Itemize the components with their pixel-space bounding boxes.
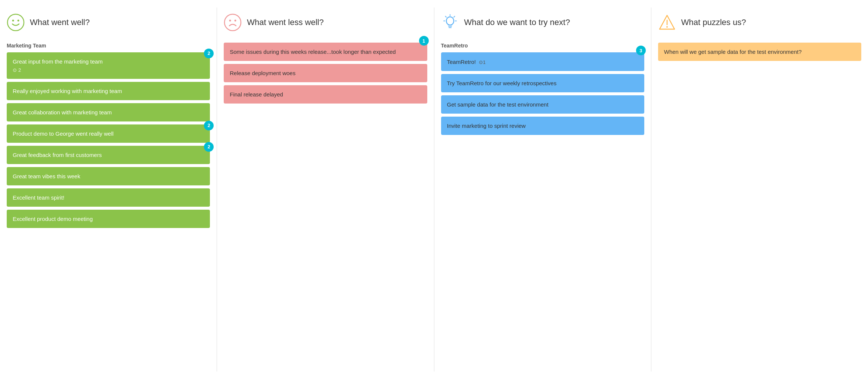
column-title-went-well: What went well? xyxy=(30,18,90,27)
card-text-2: Really enjoyed working with marketing te… xyxy=(13,87,204,95)
svg-point-4 xyxy=(229,20,231,22)
card-went-well-2[interactable]: Really enjoyed working with marketing te… xyxy=(7,82,210,100)
svg-point-14 xyxy=(666,26,668,28)
card-try-next-text-4: Invite marketing to sprint review xyxy=(447,122,638,130)
badge-5: 2 xyxy=(204,142,214,152)
card-less-well-2[interactable]: Release deployment woes xyxy=(224,64,427,82)
card-text-5: Great feedback from first customers xyxy=(13,151,204,159)
column-header-try-next: What do we want to try next? xyxy=(441,13,644,34)
card-try-next-4[interactable]: Invite marketing to sprint review xyxy=(441,117,644,135)
card-try-next-1[interactable]: TeamRetro! ⊙1 xyxy=(441,52,644,71)
badge-4: 2 xyxy=(204,121,214,130)
card-went-well-8[interactable]: Excellent product demo meeting xyxy=(7,210,210,228)
column-puzzles: What puzzles us? When will we get sample… xyxy=(651,7,868,372)
vote-icon-1: ⊙ xyxy=(13,67,17,74)
section-label-marketing: Marketing Team xyxy=(7,43,210,49)
card-went-well-1[interactable]: 2 Great input from the marketing team ⊙⊙… xyxy=(7,52,210,79)
card-less-well-text-3: Final release delayed xyxy=(230,90,421,98)
column-went-well: What went well? Marketing Team 2 Great i… xyxy=(0,7,217,372)
card-puzzles-text-1: When will we get sample data for the tes… xyxy=(664,48,855,56)
column-header-less-well: What went less well? xyxy=(224,13,427,34)
card-less-well-3[interactable]: Final release delayed xyxy=(224,85,427,104)
card-went-well-7[interactable]: Excellent team spirit! xyxy=(7,188,210,207)
card-text-6: Great team vibes this week xyxy=(13,172,204,180)
card-try-next-2[interactable]: Try TeamRetro for our weekly retrospecti… xyxy=(441,74,644,92)
card-try-next-text-3: Get sample data for the test environment xyxy=(447,101,638,108)
badge-less-well-top: 1 xyxy=(419,36,429,46)
smiley-icon xyxy=(7,13,25,31)
frowny-icon xyxy=(224,13,242,31)
column-less-well: What went less well? 1 Some issues durin… xyxy=(217,7,434,372)
svg-point-5 xyxy=(235,20,236,22)
badge-2: 2 xyxy=(204,49,214,58)
card-try-next-text-1: TeamRetro! xyxy=(447,58,476,66)
card-less-well-text-1: Some issues during this weeks release...… xyxy=(230,48,421,56)
card-text-3: Great collaboration with marketing team xyxy=(13,108,204,116)
warning-icon xyxy=(658,13,676,31)
badge-try-next-top: 3 xyxy=(636,46,646,55)
svg-point-1 xyxy=(12,20,14,22)
svg-point-2 xyxy=(18,20,19,22)
card-went-well-5[interactable]: 2 Great feedback from first customers xyxy=(7,146,210,164)
svg-line-9 xyxy=(445,16,446,18)
column-title-less-well: What went less well? xyxy=(247,18,323,27)
board: What went well? Marketing Team 2 Great i… xyxy=(0,0,868,379)
card-try-next-3[interactable]: Get sample data for the test environment xyxy=(441,95,644,114)
column-header-puzzles: What puzzles us? xyxy=(658,13,861,34)
card-went-well-3[interactable]: Great collaboration with marketing team xyxy=(7,103,210,121)
card-less-well-1[interactable]: Some issues during this weeks release...… xyxy=(224,43,427,61)
card-try-next-votes-1: ⊙1 xyxy=(479,59,486,66)
card-went-well-6[interactable]: Great team vibes this week xyxy=(7,167,210,185)
card-went-well-4[interactable]: 2 Product demo to George went really wel… xyxy=(7,124,210,143)
section-label-teamretro: TeamRetro xyxy=(441,43,644,49)
card-text-7: Excellent team spirit! xyxy=(13,194,204,201)
bulb-icon xyxy=(441,13,459,31)
svg-line-8 xyxy=(454,16,455,18)
card-puzzles-1[interactable]: When will we get sample data for the tes… xyxy=(658,43,861,61)
column-header-went-well: What went well? xyxy=(7,13,210,34)
card-votes-1: ⊙⊙22 xyxy=(13,67,204,74)
column-try-next: What do we want to try next? TeamRetro 3… xyxy=(434,7,651,372)
card-text-4: Product demo to George went really well xyxy=(13,130,204,138)
svg-point-3 xyxy=(224,14,241,31)
card-try-next-text-2: Try TeamRetro for our weekly retrospecti… xyxy=(447,79,638,87)
svg-point-0 xyxy=(7,14,24,31)
card-less-well-text-2: Release deployment woes xyxy=(230,69,421,77)
card-text-8: Excellent product demo meeting xyxy=(13,215,204,223)
column-title-puzzles: What puzzles us? xyxy=(681,18,746,27)
card-text-1: Great input from the marketing team xyxy=(13,58,204,65)
svg-point-6 xyxy=(446,17,454,25)
column-title-try-next: What do we want to try next? xyxy=(464,18,570,27)
